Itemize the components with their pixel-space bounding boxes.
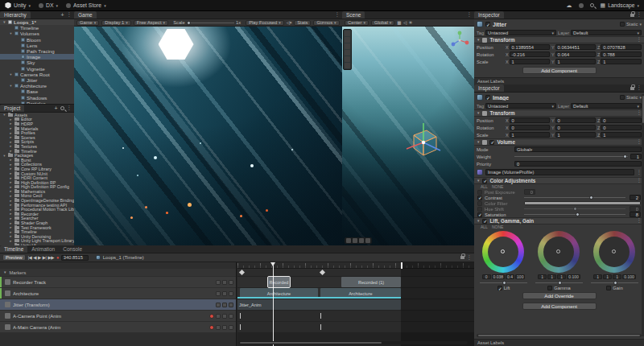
menu-asset-store[interactable]: Asset Store ▾ — [66, 2, 106, 8]
wheel-x-field[interactable]: 0 — [482, 274, 491, 279]
layer-dropdown[interactable]: Default▾ — [571, 30, 642, 35]
timeline-marker-icon[interactable] — [239, 270, 245, 275]
tag-dropdown[interactable]: Untagged▾ — [485, 103, 556, 109]
hierarchy-item[interactable]: Shadows — [0, 94, 74, 100]
expand-arrow-icon[interactable]: ▾ — [9, 84, 13, 88]
expand-arrow-icon[interactable]: ▸ — [9, 230, 13, 234]
wheel-w-field[interactable]: 0.100 — [622, 274, 636, 279]
record-toggle-icon[interactable] — [209, 325, 214, 330]
rotate-tool-icon[interactable] — [345, 43, 350, 49]
horizontal-scrollbar[interactable] — [239, 341, 468, 344]
search-icon[interactable] — [60, 106, 64, 110]
transform-tool-icon[interactable] — [345, 63, 350, 68]
override-slider[interactable] — [524, 206, 625, 212]
track-mute-icon[interactable] — [216, 314, 221, 319]
z-field[interactable]: 0 — [601, 117, 642, 123]
gizmo-toggle-icon[interactable] — [353, 238, 357, 243]
wheel-y-field[interactable]: 1 — [547, 274, 556, 279]
expand-arrow-icon[interactable]: ▸ — [9, 199, 13, 203]
timeline-clips-area[interactable]: Recorded Recorded (1) Architecture — [237, 262, 474, 346]
track-menu-icon[interactable] — [229, 314, 233, 319]
expand-arrow-icon[interactable]: ▸ — [9, 167, 13, 171]
architecture-clip[interactable]: Architecture — [240, 288, 318, 299]
mute-audio-icon[interactable]: ◁× — [287, 20, 291, 25]
component-enabled-checkbox[interactable] — [489, 140, 494, 145]
scene-viewport[interactable] — [342, 27, 474, 245]
hierarchy-item[interactable]: Jitter — [0, 77, 74, 83]
override-checkbox[interactable] — [477, 190, 482, 195]
timeline-marker-icon[interactable] — [320, 270, 325, 275]
color-wheel[interactable] — [482, 231, 524, 273]
wheel-w-field[interactable]: 100 — [515, 274, 525, 279]
transport-button-icon[interactable]: ▶ — [38, 255, 41, 260]
expand-arrow-icon[interactable]: ▸ — [9, 185, 13, 189]
transport-button-icon[interactable]: |◀ — [28, 255, 32, 260]
wheel-w-field[interactable]: 0.100 — [567, 274, 580, 279]
weight-value[interactable]: 1 — [630, 154, 642, 159]
profile-field[interactable]: Image (VolumeProfile) — [485, 169, 634, 175]
gizmos-dropdown[interactable]: Gizmos▾ — [313, 20, 339, 26]
hierarchy-item[interactable]: ▾ Volumes — [0, 31, 74, 36]
panel-menu-icon[interactable]: ⋮ — [637, 85, 642, 91]
architecture-clip[interactable]: Architecture — [320, 288, 401, 299]
wheel-handle[interactable] — [612, 249, 616, 253]
active-checkbox[interactable] — [485, 22, 490, 27]
panel-menu-icon[interactable]: ⋮ — [335, 12, 341, 18]
expand-arrow-icon[interactable]: ▸ — [9, 176, 13, 180]
timeline-tab[interactable]: Console — [59, 245, 86, 253]
keyframe-icon[interactable] — [240, 313, 241, 319]
frame-field[interactable]: 340.8515 — [61, 255, 89, 261]
expand-arrow-icon[interactable]: ▸ — [9, 212, 13, 216]
tab-inspector[interactable]: Inspector — [474, 84, 504, 92]
track-menu-icon[interactable] — [229, 280, 233, 285]
expand-arrow-icon[interactable]: ▸ — [9, 149, 13, 153]
tag-dropdown[interactable]: Untagged▾ — [485, 30, 556, 35]
y-field[interactable]: 0 — [555, 125, 596, 130]
expand-arrow-icon[interactable]: ▸ — [9, 180, 13, 184]
menu-unity[interactable]: Unity ▾ — [5, 2, 31, 9]
volume-component-header[interactable]: ▼ Volume ⋮ — [474, 138, 644, 146]
wheel-checkbox[interactable] — [497, 286, 502, 290]
recorder-clip[interactable]: Recorded (1) — [341, 277, 401, 287]
game-viewport[interactable] — [74, 27, 342, 245]
track-lock-icon[interactable] — [222, 280, 227, 285]
transport-button-icon[interactable]: ◀ — [33, 255, 36, 260]
lock-icon[interactable] — [630, 14, 634, 17]
wheel-z-field[interactable]: 1 — [557, 274, 566, 279]
wheel-intensity-slider[interactable] — [591, 280, 638, 285]
expand-arrow-icon[interactable]: ▸ — [9, 225, 13, 229]
wheel-y-field[interactable]: 0.038 — [492, 274, 506, 279]
pivot-dropdown[interactable]: Center▾ — [345, 20, 369, 26]
x-field[interactable]: -0.216 — [510, 51, 550, 57]
grid-toggle-icon[interactable]: ▦ — [397, 20, 401, 25]
track-mute-icon[interactable] — [216, 280, 221, 285]
component-menu-icon[interactable]: ⋮ — [637, 37, 642, 43]
track-mute-icon[interactable] — [216, 291, 221, 296]
hierarchy-item[interactable]: ▾ Architecture — [0, 83, 74, 89]
panel-menu-icon[interactable]: ⋮ — [67, 12, 72, 18]
static-checkbox[interactable] — [620, 95, 625, 100]
timeline-tab[interactable]: Timeline — [0, 245, 27, 253]
foldout-icon[interactable]: ▼ — [477, 111, 480, 115]
hierarchy-item[interactable]: Image — [0, 54, 74, 60]
record-icon[interactable]: ● — [56, 255, 59, 260]
x-field[interactable]: 1 — [510, 132, 550, 138]
lock-icon[interactable] — [630, 87, 634, 90]
wheel-checkbox[interactable] — [547, 286, 552, 290]
expand-arrow-icon[interactable]: ▸ — [9, 140, 13, 144]
z-field[interactable]: 1 — [601, 132, 642, 138]
expand-arrow-icon[interactable]: ▾ — [9, 72, 13, 76]
active-checkbox[interactable] — [485, 95, 490, 100]
overlay-menu-icon[interactable] — [365, 238, 370, 243]
camera-settings-icon[interactable] — [346, 238, 351, 243]
track-mute-icon[interactable] — [216, 303, 221, 307]
track-lock-icon[interactable] — [222, 291, 227, 296]
hierarchy-item[interactable]: Bloom — [0, 37, 74, 43]
override-checkbox[interactable] — [477, 201, 482, 206]
track-menu-icon[interactable] — [229, 291, 233, 296]
color-swatch[interactable] — [524, 201, 641, 205]
z-field[interactable]: 0 — [601, 125, 642, 130]
y-field[interactable]: 0.064 — [555, 51, 596, 57]
selected-cube-gizmo[interactable] — [400, 118, 444, 162]
asset-labels-bar[interactable]: Asset Labels — [474, 77, 644, 84]
